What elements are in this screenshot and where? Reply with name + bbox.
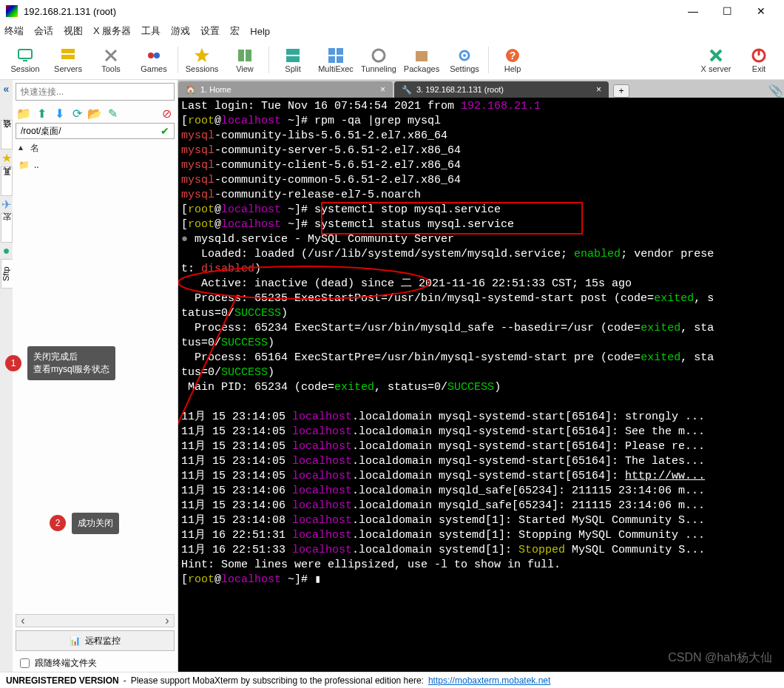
scroll-left-icon[interactable]: ‹: [16, 614, 30, 627]
file-list[interactable]: 📁 .. 1 关闭完成后 查看mysql服务状态 2 成功关闭: [13, 158, 178, 614]
terminal[interactable]: Last login: Tue Nov 16 07:54:54 2021 fro…: [178, 98, 784, 672]
svg-point-5: [154, 53, 160, 58]
attach-icon[interactable]: 📎: [768, 84, 784, 98]
delete-icon[interactable]: ⊘: [160, 107, 173, 120]
collapse-button[interactable]: «: [4, 83, 10, 95]
path-bar[interactable]: /root/桌面/ ✔: [16, 123, 175, 139]
menu-terminal[interactable]: 终端: [4, 24, 24, 38]
window-title: 192.168.21.131 (root): [24, 6, 676, 17]
annotation-2: 2 成功关闭: [50, 513, 119, 534]
ok-check-icon: ✔: [160, 125, 169, 137]
menu-view[interactable]: 视图: [64, 24, 83, 38]
close-tab-icon[interactable]: ×: [596, 84, 601, 95]
svg-rect-14: [337, 56, 343, 63]
refresh-icon[interactable]: ⟳: [70, 107, 84, 120]
vtab-tools[interactable]: 工具: [1, 166, 13, 196]
support-text: Please support MobaXterm by subscribing …: [131, 675, 424, 686]
divider: [178, 47, 178, 73]
star-icon: ★: [1, 151, 12, 165]
watermark: CSDN @hah杨大仙: [668, 650, 772, 666]
packages-icon: [413, 47, 430, 64]
follow-checkbox[interactable]: [20, 658, 30, 668]
folder-up-icon: 📁: [18, 160, 30, 170]
games-label: Games: [141, 64, 166, 73]
svg-rect-12: [337, 48, 343, 55]
upload-icon[interactable]: ⬆: [35, 107, 48, 120]
close-button[interactable]: ✕: [744, 0, 778, 22]
tools-icon: [102, 47, 120, 64]
xserver-button[interactable]: X server: [697, 41, 735, 78]
tools-button[interactable]: Tools: [92, 41, 130, 78]
sessions-button[interactable]: Sessions: [183, 41, 221, 78]
menu-macro[interactable]: 宏: [230, 24, 240, 38]
vtab-sftp[interactable]: Sftp: [1, 259, 13, 289]
multiexec-label: MultiExec: [318, 64, 354, 73]
file-toolbar: 📁 ⬆ ⬇ ⟳ 📂 ✎ ⊘: [13, 104, 178, 123]
file-columns: ▴ 名: [13, 139, 178, 158]
svg-rect-13: [328, 56, 335, 63]
svg-point-18: [463, 54, 466, 57]
mobaxterm-link[interactable]: https://mobaxterm.mobatek.net: [428, 675, 550, 686]
status-bar: UNREGISTERED VERSION - Please support Mo…: [0, 672, 784, 688]
tunneling-label: Tunneling: [361, 64, 396, 73]
exit-button[interactable]: Exit: [740, 41, 778, 78]
col-name[interactable]: 名: [30, 142, 39, 155]
vtab-macro[interactable]: 宏: [1, 213, 13, 243]
split-icon: [284, 47, 302, 64]
view-icon: [236, 47, 254, 64]
follow-terminal-checkbox[interactable]: 跟随终端文件夹: [13, 654, 178, 672]
svg-text:?: ?: [510, 50, 516, 61]
scroll-right-icon[interactable]: ›: [160, 614, 174, 627]
vtab-sessions[interactable]: 会话: [1, 120, 13, 149]
remote-monitor-button[interactable]: 📊 远程监控: [16, 630, 175, 651]
menu-session[interactable]: 会话: [34, 24, 53, 38]
maximize-button[interactable]: ☐: [710, 0, 744, 22]
new-tab-button[interactable]: +: [613, 84, 629, 98]
current-path: /root/桌面/: [21, 125, 61, 138]
list-item[interactable]: 📁 ..: [18, 158, 172, 172]
split-button[interactable]: Split: [274, 41, 312, 78]
menu-xserver[interactable]: X 服务器: [93, 24, 131, 38]
help-icon: ?: [504, 47, 521, 64]
split-label: Split: [285, 64, 300, 73]
home-icon: 🏠: [186, 85, 196, 95]
multiexec-button[interactable]: MultiExec: [317, 41, 355, 78]
view-label: View: [236, 64, 254, 73]
tab-home[interactable]: 🏠 1. Home ×: [178, 81, 393, 98]
minimize-button[interactable]: —: [676, 0, 710, 22]
session-button[interactable]: Session: [6, 41, 44, 78]
menu-games[interactable]: 游戏: [171, 24, 190, 38]
folder-icon[interactable]: 📁: [17, 107, 30, 120]
menu-help[interactable]: Help: [250, 26, 270, 37]
menu-settings[interactable]: 设置: [200, 24, 220, 38]
unregistered-label: UNREGISTERED VERSION: [6, 675, 119, 686]
svg-rect-7: [238, 50, 244, 61]
close-tab-icon[interactable]: ×: [380, 84, 385, 95]
newfolder-icon[interactable]: 📂: [88, 107, 101, 120]
packages-button[interactable]: Packages: [402, 41, 441, 78]
view-button[interactable]: View: [226, 41, 264, 78]
tunneling-button[interactable]: Tunneling: [359, 41, 398, 78]
servers-button[interactable]: Servers: [49, 41, 87, 78]
help-label: Help: [504, 64, 521, 73]
help-button[interactable]: ? Help: [493, 41, 532, 78]
svg-rect-8: [246, 50, 251, 61]
quick-connect-input[interactable]: [16, 83, 175, 101]
settings-button[interactable]: Settings: [445, 41, 484, 78]
power-icon: [750, 47, 768, 64]
svg-marker-6: [195, 48, 209, 62]
menubar: 终端 会话 视图 X 服务器 工具 游戏 设置 宏 Help: [0, 22, 784, 40]
download-icon[interactable]: ⬇: [53, 107, 66, 120]
menu-tools[interactable]: 工具: [141, 24, 160, 38]
xserver-label: X server: [701, 64, 731, 73]
games-button[interactable]: Games: [135, 41, 173, 78]
rename-icon[interactable]: ✎: [106, 107, 119, 120]
svg-rect-11: [328, 48, 335, 55]
packages-label: Packages: [404, 64, 439, 73]
svg-rect-9: [286, 49, 300, 55]
h-scrollbar[interactable]: ‹ ›: [16, 614, 175, 627]
sessions-label: Sessions: [186, 64, 219, 73]
x-icon: [707, 47, 725, 64]
tab-active[interactable]: 🔧 3. 192.168.21.131 (root) ×: [394, 81, 609, 98]
bubble-1: 关闭完成后 查看mysql服务状态: [27, 346, 115, 380]
